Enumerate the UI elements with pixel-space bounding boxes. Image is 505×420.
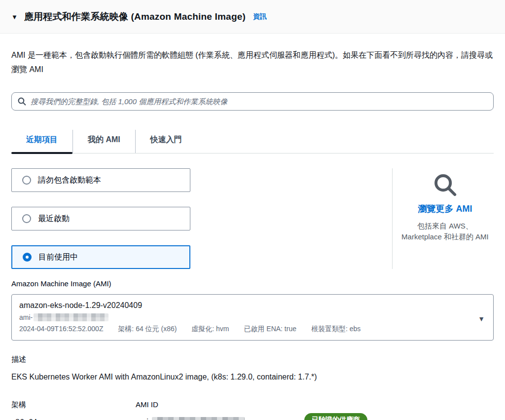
ami-section: ▼ 應用程式和作業系統映像 (Amazon Machine Image) 資訊 … xyxy=(0,0,505,420)
ami-dropdown[interactable]: amazon-eks-node-1.29-v20240409 ami- 2024… xyxy=(11,294,494,341)
verified-provider-badge: 已驗證的供應商 xyxy=(304,413,367,420)
tab-my-amis[interactable]: 我的 AMI xyxy=(72,130,135,153)
ami-name: amazon-eks-node-1.29-v20240409 xyxy=(19,301,469,310)
ami-search-input[interactable] xyxy=(31,97,487,106)
ami-ena-enabled: 已啟用 ENA: true xyxy=(244,325,296,333)
description-text: EKS Kubernetes Worker AMI with AmazonLin… xyxy=(11,373,494,382)
ami-id-prefix: ami- xyxy=(19,313,33,321)
ami-id-redacted-blur xyxy=(34,313,108,321)
radio-unselected-icon[interactable] xyxy=(22,176,31,185)
description-label: 描述 xyxy=(11,355,494,364)
option-no-launch-template[interactable]: 請勿包含啟動範本 xyxy=(11,168,190,192)
search-icon xyxy=(18,97,26,106)
architecture-label: 架構 xyxy=(11,400,136,410)
ami-virtualization: 虛擬化: hvm xyxy=(191,325,229,333)
ami-id-prefix: ami- xyxy=(136,418,151,420)
section-title: 應用程式和作業系統映像 (Amazon Machine Image) xyxy=(24,10,246,23)
option-label: 請勿包含啟動範本 xyxy=(38,175,101,186)
ami-id-line: ami- xyxy=(19,313,469,321)
section-content: AMI 是一種範本，包含啟動執行個體所需的軟體組態 (作業系統、應用程式伺服器和… xyxy=(0,48,505,420)
filter-layout: 請勿包含啟動範本 最近啟動 目前使用中 瀏覽更多 AMI 包括來自 AWS、Ma… xyxy=(11,168,494,269)
ami-id-label: AMI ID xyxy=(136,400,304,409)
browse-more-ami-link[interactable]: 瀏覽更多 AMI xyxy=(418,203,472,215)
option-label: 最近啟動 xyxy=(38,214,70,224)
ami-id-column: AMI ID ami- xyxy=(136,400,304,420)
ami-source-tabs: 近期項目 我的 AMI 快速入門 xyxy=(11,130,494,153)
option-recently-launched[interactable]: 最近啟動 xyxy=(11,207,190,230)
search-icon-large xyxy=(432,171,458,198)
architecture-value: x86_64 xyxy=(11,418,136,420)
ami-id-redacted-blur xyxy=(152,417,245,420)
dropdown-caret-icon[interactable]: ▼ xyxy=(478,315,485,322)
architecture-column: 架構 x86_64 xyxy=(11,400,136,420)
ami-id-value: ami- xyxy=(136,417,304,420)
info-link[interactable]: 資訊 xyxy=(253,12,267,21)
ami-root-device-type: 根裝置類型: ebs xyxy=(311,325,361,333)
ami-select-label: Amazon Machine Image (AMI) xyxy=(11,279,494,288)
collapse-caret-icon[interactable]: ▼ xyxy=(11,14,18,20)
option-label: 目前使用中 xyxy=(38,252,78,263)
browse-more-description: 包括來自 AWS、Marketplace 和社群的 AMI xyxy=(401,221,489,242)
ami-search-box[interactable] xyxy=(11,92,494,111)
ami-created-timestamp: 2024-04-09T16:52:52.000Z xyxy=(19,325,103,333)
intro-text: AMI 是一種範本，包含啟動執行個體所需的軟體組態 (作業系統、應用程式伺服器和… xyxy=(11,48,494,76)
badge-wrap: 已驗證的供應商 xyxy=(304,413,367,420)
radio-selected-icon[interactable] xyxy=(23,253,32,262)
browse-more-panel: 瀏覽更多 AMI 包括來自 AWS、Marketplace 和社群的 AMI xyxy=(392,168,494,269)
option-currently-in-use[interactable]: 目前使用中 xyxy=(11,245,190,269)
ami-detail-row: 架構 x86_64 AMI ID ami- 已驗證的供應商 xyxy=(11,400,494,420)
filter-options: 請勿包含啟動範本 最近啟動 目前使用中 xyxy=(11,168,379,269)
ami-architecture: 架構: 64 位元 (x86) xyxy=(118,325,177,333)
section-header[interactable]: ▼ 應用程式和作業系統映像 (Amazon Machine Image) 資訊 xyxy=(0,0,505,34)
ami-meta: 2024-04-09T16:52:52.000Z 架構: 64 位元 (x86)… xyxy=(19,325,469,334)
radio-unselected-icon[interactable] xyxy=(22,214,31,223)
tab-quickstart[interactable]: 快速入門 xyxy=(135,130,197,153)
tab-recents[interactable]: 近期項目 xyxy=(11,130,72,153)
